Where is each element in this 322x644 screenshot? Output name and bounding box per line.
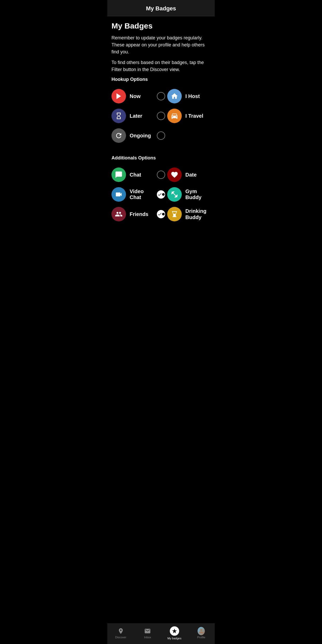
badge-chat-left: Chat — [111, 167, 155, 182]
itravel-icon — [167, 109, 182, 123]
header: My Badges — [107, 0, 215, 16]
gymbuddy-label: Gym Buddy — [185, 188, 211, 200]
hookup-section: Hookup Options Now I Host — [111, 77, 211, 145]
drinkingbuddy-icon — [167, 207, 182, 221]
badge-date-right: Date — [167, 167, 211, 182]
badge-ihost-right: I Host — [167, 89, 211, 103]
badge-drinkingbuddy-right: DrinkingBuddy — [167, 207, 211, 221]
svg-marker-0 — [116, 93, 121, 99]
now-radio[interactable] — [157, 92, 165, 100]
badge-ongoing-left: Ongoing — [111, 128, 155, 143]
badge-friends-left: Friends — [111, 207, 155, 221]
nav-discover-label: Discover — [115, 636, 126, 639]
ihost-label: I Host — [185, 93, 200, 99]
description-2: To find others based on their badges, ta… — [111, 59, 211, 73]
badge-videochat-left: Video Chat — [111, 187, 155, 202]
badge-itravel-right: I Travel — [167, 109, 211, 123]
now-label: Now — [130, 93, 141, 99]
description-1: Remember to update your badges regularly… — [111, 34, 211, 55]
later-radio[interactable] — [157, 112, 165, 120]
badge-row-now-ihost: Now I Host — [111, 86, 211, 106]
date-icon — [167, 167, 182, 182]
additionals-section-label: Additionals Options — [111, 155, 211, 161]
videochat-label: Video Chat — [130, 188, 155, 200]
header-title: My Badges — [146, 5, 176, 12]
badge-later-left: Later — [111, 109, 155, 123]
bottom-nav: Discover Inbox My badges Profile — [107, 624, 215, 644]
mybadges-icon — [170, 626, 179, 636]
nav-mybadges-label: My badges — [167, 637, 181, 640]
section-divider — [111, 145, 211, 153]
later-label: Later — [130, 113, 142, 119]
now-icon — [111, 89, 126, 103]
nav-inbox-label: Inbox — [144, 636, 151, 639]
nav-mybadges[interactable]: My badges — [161, 626, 188, 640]
chat-icon — [111, 167, 126, 182]
profile-avatar — [198, 627, 205, 635]
friends-label: Friends — [130, 211, 148, 217]
later-icon — [111, 109, 126, 123]
main-content: My Badges Remember to update your badges… — [107, 16, 215, 229]
chat-label: Chat — [130, 172, 141, 178]
friends-icon — [111, 207, 126, 221]
drinkingbuddy-label: DrinkingBuddy — [185, 208, 206, 220]
chat-radio[interactable] — [157, 171, 165, 179]
badge-row-friends-drinkingbuddy: Friends DrinkingBuddy — [111, 204, 211, 224]
ongoing-radio[interactable] — [157, 131, 165, 140]
badge-now-left: Now — [111, 89, 155, 103]
badge-row-chat-date: Chat Date — [111, 165, 211, 185]
nav-profile[interactable]: Profile — [188, 627, 215, 639]
profile-avatar-img — [198, 627, 205, 635]
page-title: My Badges — [111, 22, 211, 30]
ihost-icon — [167, 89, 182, 103]
nav-profile-label: Profile — [197, 636, 205, 639]
itravel-label: I Travel — [185, 113, 203, 119]
inbox-icon — [144, 627, 151, 635]
discover-icon — [117, 627, 124, 635]
badge-row-later-itravel: Later I Travel — [111, 106, 211, 126]
videochat-radio[interactable] — [157, 190, 165, 199]
ongoing-icon — [111, 128, 126, 143]
badge-row-videochat-gymbuddy: Video Chat Gym Buddy — [111, 185, 211, 204]
nav-inbox[interactable]: Inbox — [134, 627, 161, 639]
nav-discover[interactable]: Discover — [107, 627, 134, 639]
additionals-section: Additionals Options Chat Date — [111, 155, 211, 224]
badge-gymbuddy-right: Gym Buddy — [167, 187, 211, 202]
hookup-section-label: Hookup Options — [111, 77, 211, 82]
friends-radio[interactable] — [157, 210, 165, 218]
gymbuddy-icon — [167, 187, 182, 202]
ongoing-label: Ongoing — [130, 133, 151, 139]
date-label: Date — [185, 172, 197, 178]
badge-row-ongoing: Ongoing — [111, 126, 211, 145]
videochat-icon — [111, 187, 126, 202]
